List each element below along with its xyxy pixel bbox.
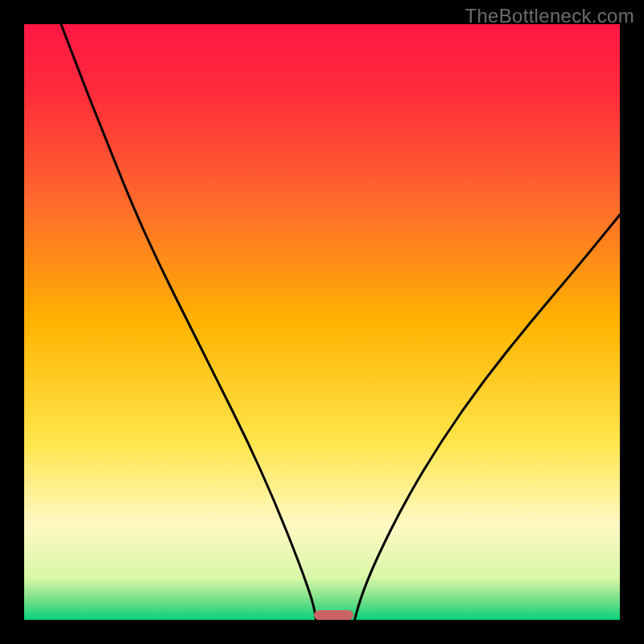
chart-svg — [24, 24, 620, 620]
chart-frame: TheBottleneck.com — [0, 0, 644, 644]
watermark-text: TheBottleneck.com — [464, 5, 634, 27]
plot-area — [24, 24, 620, 620]
bottleneck-marker — [314, 610, 353, 620]
